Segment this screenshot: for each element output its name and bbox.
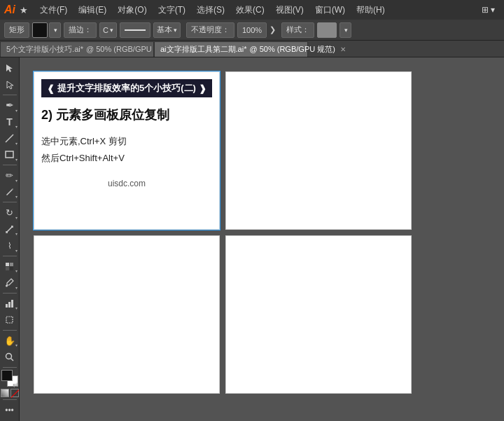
tab-file2-close[interactable]: ✕	[340, 46, 346, 53]
graph-tool[interactable]: ▾	[1, 296, 18, 312]
tab-file2-label: ai文字排版工具第二期.ai*	[160, 44, 246, 55]
opacity-arrow[interactable]: ❯	[270, 25, 276, 34]
svg-point-6	[6, 285, 8, 287]
menu-grid[interactable]: ⊞ ▾	[477, 4, 500, 16]
stroke-label: 描边：	[64, 22, 97, 38]
tool-sep-4	[3, 256, 17, 256]
svg-rect-4	[6, 267, 9, 270]
tab-bar: 5个文字排版小技巧.ai* @ 50% (RGB/GPU 预览) ✕ ai文字排…	[0, 41, 504, 57]
fill-swatch[interactable]	[32, 22, 48, 38]
menu-select[interactable]: 选择(S)	[192, 3, 230, 18]
menu-edit[interactable]: 编辑(E)	[74, 3, 111, 18]
artboard-3[interactable]	[34, 235, 220, 394]
artboard-2[interactable]	[225, 71, 412, 230]
style-label: 样式：	[281, 22, 314, 38]
tool-sep-8	[3, 399, 17, 400]
body-line-2: 然后Ctrl+Shift+Alt+V	[41, 150, 212, 166]
menu-bar: Ai ★ 文件(F) 编辑(E) 对象(O) 文字(T) 选择(S) 效果(C)…	[0, 0, 504, 20]
selection-tool[interactable]	[1, 60, 18, 76]
svg-rect-2	[6, 263, 9, 266]
type-tool[interactable]: T ▾	[1, 114, 18, 130]
artboard-body: 选中元素,Ctrl+X 剪切 然后Ctrl+Shift+Alt+V	[41, 133, 212, 166]
direct-selection-tool[interactable]	[1, 77, 18, 93]
menu-view[interactable]: 视图(V)	[271, 3, 309, 18]
tool-sep-2	[3, 165, 17, 165]
main-layout: ✒ ▾ T ▾ ▾ ▾ ✏ ▾ ▾ ↻	[0, 57, 504, 421]
color-swatch-container: ⇄	[1, 370, 18, 386]
paintbrush-tool[interactable]: ✏ ▾	[1, 167, 18, 184]
opacity-label: 不透明度：	[186, 22, 234, 38]
stroke-line-preview	[120, 22, 150, 38]
svg-line-12	[11, 359, 14, 361]
fill-stroke-group: ▾	[32, 22, 61, 38]
foreground-swatch[interactable]	[1, 370, 13, 381]
stroke-line	[125, 29, 146, 31]
menu-object[interactable]: 对象(O)	[113, 3, 151, 18]
tab-file1[interactable]: 5个文字排版小技巧.ai* @ 50% (RGB/GPU 预览) ✕	[0, 41, 154, 57]
hand-tool[interactable]: ✋ ▾	[1, 333, 18, 349]
style-swatch[interactable]	[317, 22, 337, 38]
tool-sep-5	[3, 293, 17, 294]
svg-rect-1	[6, 151, 13, 158]
fill-dropdown[interactable]: ▾	[49, 22, 61, 38]
tab-file2-zoom: @ 50% (RGB/GPU 规范)	[249, 44, 335, 55]
menu-window[interactable]: 窗口(W)	[310, 3, 350, 18]
svg-rect-8	[8, 302, 10, 308]
pen-tool[interactable]: ✒ ▾	[1, 97, 18, 113]
basic-label: 基本	[157, 25, 172, 35]
tab-file1-label: 5个文字排版小技巧.ai*	[6, 44, 83, 55]
scale-tool[interactable]: ▾	[1, 221, 18, 237]
menu-help[interactable]: 帮助(H)	[351, 3, 390, 18]
artboard-tool[interactable]	[1, 312, 18, 328]
menu-file[interactable]: 文件(F)	[35, 3, 72, 18]
tab-file2[interactable]: ai文字排版工具第二期.ai* @ 50% (RGB/GPU 规范) ✕	[154, 41, 308, 57]
artboard-heading: 2) 元素多画板原位复制	[41, 107, 212, 123]
stroke-dropdown[interactable]: C ▾	[99, 22, 117, 38]
rotate-tool[interactable]: ↻ ▾	[1, 205, 18, 221]
swap-icon[interactable]: ⇄	[13, 381, 18, 389]
artboard-grid: ❰ 提升文字排版效率的5个小技巧(二) ❱ 2) 元素多画板原位复制 选中元素,…	[34, 71, 412, 394]
eyedropper-tool[interactable]: ▾	[1, 275, 18, 291]
stroke-value: C	[103, 26, 108, 34]
style-dropdown[interactable]: ▾	[340, 22, 351, 38]
tool-sep-3	[3, 202, 17, 202]
none-swatch[interactable]	[10, 389, 19, 397]
tools-panel: ✒ ▾ T ▾ ▾ ▾ ✏ ▾ ▾ ↻	[0, 57, 20, 421]
artboard-4[interactable]	[225, 235, 412, 394]
svg-rect-7	[6, 304, 8, 308]
title-bracket-right: ❱	[199, 83, 206, 94]
line-tool[interactable]: ▾	[1, 130, 18, 146]
tool-sep-6	[3, 330, 17, 331]
pencil-tool[interactable]: ▾	[1, 184, 18, 200]
canvas-area[interactable]: ❰ 提升文字排版效率的5个小技巧(二) ❱ 2) 元素多画板原位复制 选中元素,…	[20, 57, 504, 421]
app-star: ★	[20, 5, 28, 15]
menu-text[interactable]: 文字(T)	[153, 3, 190, 18]
svg-rect-9	[11, 300, 13, 308]
rect-tool[interactable]: ▾	[1, 147, 18, 163]
tool-sep-1	[3, 95, 17, 95]
app-logo: Ai	[4, 4, 15, 16]
shape-dropdown[interactable]: 矩形	[4, 22, 29, 38]
gradient-swatch[interactable]	[1, 389, 9, 397]
more-tools[interactable]: •••	[1, 402, 18, 418]
artboard-1[interactable]: ❰ 提升文字排版效率的5个小技巧(二) ❱ 2) 元素多画板原位复制 选中元素,…	[34, 71, 220, 230]
artboard-1-content: ❰ 提升文字排版效率的5个小技巧(二) ❱ 2) 元素多画板原位复制 选中元素,…	[34, 72, 219, 195]
menu-effect[interactable]: 效果(C)	[231, 3, 270, 18]
opacity-value[interactable]: 100%	[237, 22, 267, 38]
svg-rect-10	[6, 317, 13, 323]
title-text: 提升文字排版效率的5个小技巧(二)	[57, 82, 196, 95]
zoom-tool[interactable]	[1, 349, 18, 365]
artboard-footer: uisdc.com	[41, 172, 212, 188]
svg-rect-3	[10, 263, 13, 266]
svg-line-0	[6, 134, 13, 142]
body-line-1: 选中元素,Ctrl+X 剪切	[41, 133, 212, 149]
title-bracket-left: ❰	[47, 83, 55, 94]
warp-tool[interactable]: ⌇ ▾	[1, 237, 18, 254]
svg-point-11	[6, 354, 12, 359]
tool-sep-7	[3, 367, 17, 368]
toolbar-bar: 矩形 ▾ 描边： C ▾ 基本 ▾ 不透明度： 100% ❯ 样式： ▾	[0, 20, 504, 41]
svg-rect-5	[10, 267, 13, 270]
fill-tool[interactable]: ▾	[1, 258, 18, 275]
basic-dropdown[interactable]: 基本 ▾	[153, 22, 181, 38]
title-banner: ❰ 提升文字排版效率的5个小技巧(二) ❱	[41, 79, 212, 97]
